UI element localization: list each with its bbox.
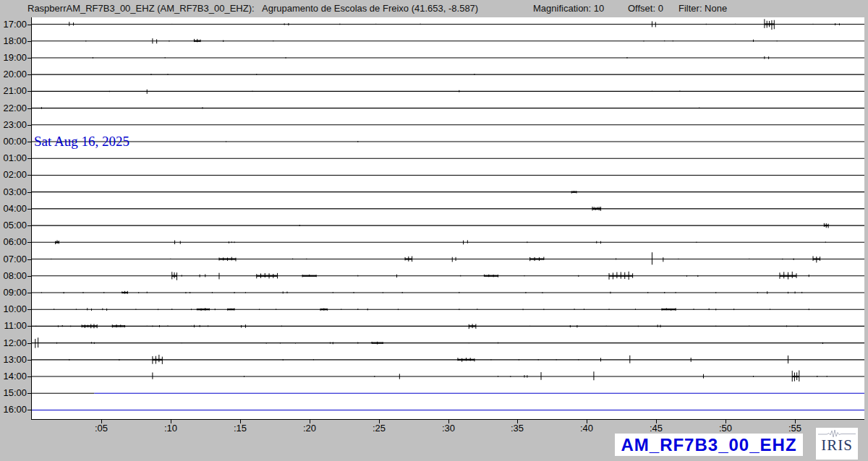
hour-tick xyxy=(27,74,32,75)
helicorder-plot: Sat Aug 16, 2025 xyxy=(31,17,864,420)
hour-tick xyxy=(27,25,32,25)
iris-logo: IRIS xyxy=(816,428,858,460)
hour-label: 16:00 xyxy=(0,404,27,415)
minute-label: :20 xyxy=(297,423,323,434)
minute-label: :15 xyxy=(227,423,253,434)
hour-tick xyxy=(27,142,32,142)
hour-tick xyxy=(27,360,32,361)
hour-tick xyxy=(27,393,32,394)
minute-label: :40 xyxy=(574,423,600,434)
hour-label: 20:00 xyxy=(0,69,27,80)
minute-label: :05 xyxy=(88,423,114,434)
hour-tick xyxy=(27,209,32,210)
hour-label: 01:00 xyxy=(0,152,27,164)
traces-svg xyxy=(32,17,864,419)
hour-tick xyxy=(27,41,32,42)
hour-label: 03:00 xyxy=(0,186,27,198)
hour-label: 23:00 xyxy=(0,119,27,131)
hour-tick xyxy=(27,259,32,260)
date-label: Sat Aug 16, 2025 xyxy=(34,134,129,150)
hour-tick xyxy=(27,91,32,92)
hour-label: 09:00 xyxy=(0,287,27,298)
hour-tick xyxy=(27,158,32,159)
hour-tick xyxy=(27,58,32,59)
hour-label: 19:00 xyxy=(0,52,27,64)
hour-tick xyxy=(27,309,32,310)
hour-tick xyxy=(27,276,32,277)
hour-label: 04:00 xyxy=(0,203,27,215)
hour-tick xyxy=(27,410,32,410)
helicorder-app: RaspberrAM_RF7B3_00_EHZ (AM_RF7B3_00_EHZ… xyxy=(0,0,868,461)
hour-label: 12:00 xyxy=(0,337,27,349)
iris-logo-text: IRIS xyxy=(816,438,858,452)
minute-label: :35 xyxy=(504,423,530,434)
hour-label: 21:00 xyxy=(0,85,27,97)
hour-label: 08:00 xyxy=(0,270,27,282)
filter-label: Filter: None xyxy=(678,3,727,14)
minute-label: :45 xyxy=(643,423,669,434)
minute-label: :25 xyxy=(366,423,392,434)
offset-label: Offset: 0 xyxy=(628,3,663,14)
hour-tick xyxy=(27,326,32,327)
hour-label: 02:00 xyxy=(0,169,27,181)
hour-tick xyxy=(27,376,32,377)
station-title: RaspberrAM_RF7B3_00_EHZ (AM_RF7B3_00_EHZ… xyxy=(27,3,255,14)
hour-label: 11:00 xyxy=(0,320,27,332)
hour-tick xyxy=(27,175,32,176)
minute-label: :10 xyxy=(158,423,184,434)
station-location: Agrupamento de Escolas de Freixo (41.653… xyxy=(262,3,478,14)
hour-label: 22:00 xyxy=(0,103,27,114)
hour-tick xyxy=(27,108,32,109)
hour-tick xyxy=(27,293,32,293)
hour-tick xyxy=(27,192,32,193)
hour-tick xyxy=(27,242,32,243)
hour-label: 17:00 xyxy=(0,19,27,30)
hour-label: 00:00 xyxy=(0,136,27,147)
station-id-badge: AM_RF7B3_00_EHZ xyxy=(615,434,803,456)
hour-tick xyxy=(27,343,32,344)
hour-label: 14:00 xyxy=(0,371,27,382)
hour-tick xyxy=(27,125,32,126)
hour-label: 18:00 xyxy=(0,35,27,47)
minute-label: :30 xyxy=(435,423,461,434)
hour-label: 15:00 xyxy=(0,387,27,399)
hour-label: 06:00 xyxy=(0,236,27,248)
hour-label: 13:00 xyxy=(0,354,27,366)
hour-label: 05:00 xyxy=(0,220,27,231)
magnification-label: Magnification: 10 xyxy=(533,3,604,14)
minute-label: :50 xyxy=(712,423,739,434)
station-id-text: AM_RF7B3_00_EHZ xyxy=(621,435,796,455)
hour-tick xyxy=(27,225,32,226)
minute-label: :55 xyxy=(782,423,808,434)
hour-label: 07:00 xyxy=(0,254,27,265)
hour-label: 10:00 xyxy=(0,303,27,315)
